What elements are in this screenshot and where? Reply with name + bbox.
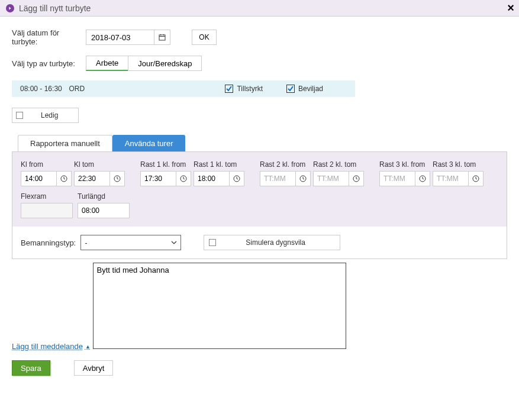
- type-button-arbete[interactable]: Arbete: [86, 56, 128, 71]
- svg-line-8: [64, 179, 65, 179]
- rast2-from-input[interactable]: [260, 171, 295, 186]
- clock-button[interactable]: [415, 171, 430, 186]
- caret-up-icon: ▲: [85, 344, 91, 350]
- tab-rapportera[interactable]: Rapportera manuellt: [18, 135, 112, 151]
- rast1-tom-label: Rast 1 kl. tom: [194, 160, 244, 169]
- checkbox-empty-icon: [209, 239, 216, 246]
- svg-rect-0: [159, 35, 165, 40]
- simulera-toggle[interactable]: Simulera dygnsvila: [204, 235, 340, 250]
- simulera-label: Simulera dygnsvila: [246, 238, 335, 247]
- flexram-input[interactable]: [21, 203, 73, 218]
- svg-line-26: [423, 179, 424, 179]
- beviljad-label: Beviljad: [298, 85, 323, 93]
- clock-button[interactable]: [176, 171, 191, 186]
- turlangd-label: Turlängd: [78, 192, 130, 201]
- svg-line-29: [476, 179, 477, 179]
- flexram-label: Flexram: [21, 192, 73, 201]
- rast1-from-label: Rast 1 kl. from: [140, 160, 191, 169]
- rast3-from-input[interactable]: [379, 171, 415, 186]
- beviljad-check[interactable]: Beviljad: [286, 85, 323, 93]
- calendar-button[interactable]: [154, 30, 170, 45]
- clock-button[interactable]: [349, 171, 364, 186]
- time-panel: Kl from Kl tom Rast 1 kl. from: [12, 151, 507, 259]
- clock-icon: [353, 175, 360, 182]
- shift-summary-row: 08:00 - 16:30 ORD Tillstyrkt Beviljad: [12, 80, 355, 97]
- checkbox-empty-icon: [16, 112, 23, 119]
- type-row: Välj typ av turbyte: Arbete Jour/Beredsk…: [12, 56, 507, 71]
- type-button-jour[interactable]: Jour/Beredskap: [128, 56, 202, 71]
- checkbox-checked-icon: [286, 85, 295, 93]
- shift-type: ORD: [69, 85, 225, 93]
- tab-anvanda[interactable]: Använda turer: [112, 135, 186, 151]
- kl-from-label: Kl from: [21, 160, 72, 169]
- svg-line-11: [117, 179, 118, 179]
- rast1-tom-input[interactable]: [194, 171, 229, 186]
- add-message-toggle[interactable]: Lägg till meddelande ▲: [12, 342, 91, 351]
- clock-icon: [233, 175, 240, 182]
- clock-button[interactable]: [229, 171, 244, 186]
- svg-line-17: [237, 179, 238, 179]
- bemanning-value: -: [85, 238, 87, 247]
- clock-button[interactable]: [295, 171, 311, 186]
- checkbox-checked-icon: [225, 85, 233, 93]
- clock-icon: [472, 175, 479, 182]
- turlangd-input[interactable]: [78, 203, 130, 218]
- ledig-label: Ledig: [41, 111, 75, 119]
- rast2-from-label: Rast 2 kl. from: [260, 160, 311, 169]
- clock-button[interactable]: [109, 171, 125, 186]
- date-row: Välj datum för turbyte: OK: [12, 28, 507, 46]
- chevron-down-icon: [171, 240, 177, 245]
- svg-line-20: [303, 179, 304, 179]
- clock-icon: [299, 175, 307, 182]
- kl-tom-input[interactable]: [74, 171, 109, 186]
- clock-button[interactable]: [56, 171, 72, 186]
- bemanning-select[interactable]: -: [80, 235, 181, 250]
- dialog-title: Lägg till nytt turbyte: [19, 4, 91, 13]
- date-input[interactable]: [86, 30, 154, 45]
- shift-time: 08:00 - 16:30: [20, 85, 69, 93]
- type-label: Välj typ av turbyte:: [12, 59, 86, 68]
- svg-line-23: [356, 179, 357, 179]
- add-message-label: Lägg till meddelande: [12, 342, 83, 351]
- kl-tom-label: Kl tom: [74, 160, 125, 169]
- clock-icon: [419, 175, 426, 182]
- bemanning-label: Bemanningstyp:: [21, 238, 76, 247]
- tillstyrkt-label: Tillstyrkt: [237, 85, 263, 93]
- rast3-tom-label: Rast 3 kl. tom: [433, 160, 483, 169]
- clock-icon: [180, 175, 187, 182]
- arrow-circle-icon: [6, 4, 14, 12]
- rast3-from-label: Rast 3 kl. from: [379, 160, 430, 169]
- rast1-from-input[interactable]: [140, 171, 176, 186]
- rast2-tom-input[interactable]: [313, 171, 349, 186]
- cancel-button[interactable]: Avbryt: [74, 360, 114, 376]
- tillstyrkt-check[interactable]: Tillstyrkt: [225, 85, 263, 93]
- ok-button[interactable]: OK: [192, 30, 217, 45]
- save-button[interactable]: Spara: [12, 360, 50, 376]
- tabs: Rapportera manuellt Använda turer: [12, 135, 507, 151]
- dialog-header: Lägg till nytt turbyte ×: [0, 0, 519, 17]
- svg-line-14: [183, 179, 185, 179]
- rast2-tom-label: Rast 2 kl. tom: [313, 160, 364, 169]
- calendar-icon: [159, 34, 166, 41]
- date-label: Välj datum för turbyte:: [12, 28, 86, 46]
- rast3-tom-input[interactable]: [433, 171, 468, 186]
- close-icon[interactable]: ×: [507, 1, 514, 15]
- ledig-toggle[interactable]: Ledig: [12, 108, 79, 123]
- clock-icon: [114, 175, 121, 182]
- clock-button[interactable]: [468, 171, 483, 186]
- message-textarea[interactable]: [93, 263, 346, 349]
- clock-icon: [60, 175, 67, 182]
- kl-from-input[interactable]: [21, 171, 56, 186]
